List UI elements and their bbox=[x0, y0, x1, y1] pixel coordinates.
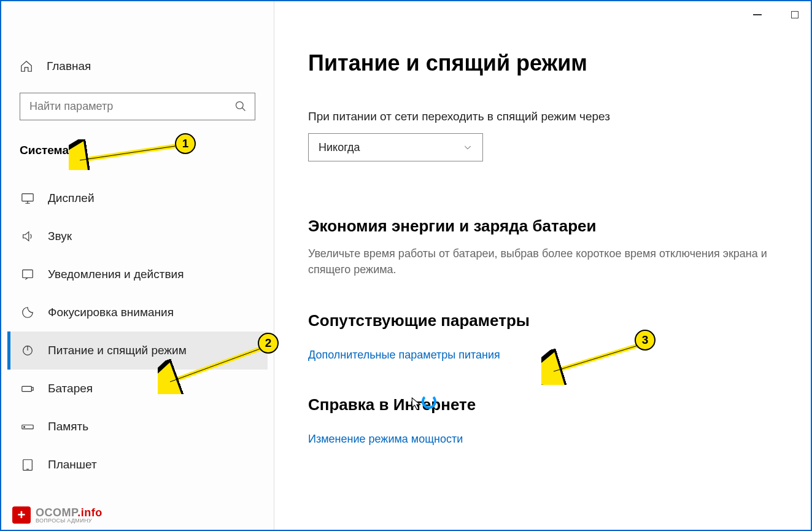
sidebar-item-home[interactable]: Главная bbox=[7, 53, 268, 79]
battery-icon bbox=[21, 382, 34, 395]
home-label: Главная bbox=[47, 60, 91, 73]
sidebar-item-label: Уведомления и действия bbox=[48, 268, 184, 281]
svg-rect-4 bbox=[22, 386, 32, 391]
sidebar-item-focus[interactable]: Фокусировка внимания bbox=[7, 293, 268, 331]
minimize-icon bbox=[753, 14, 762, 15]
sidebar: Главная Система Дисплей Звук Уведомления… bbox=[1, 1, 274, 530]
help-link-power-mode[interactable]: Изменение режима мощности bbox=[308, 433, 463, 446]
maximize-button[interactable] bbox=[784, 6, 806, 23]
page-title: Питание и спящий режим bbox=[308, 50, 786, 76]
sidebar-item-notifications[interactable]: Уведомления и действия bbox=[7, 255, 268, 293]
sidebar-section-label: Система bbox=[7, 126, 268, 167]
sidebar-item-label: Дисплей bbox=[48, 192, 95, 205]
notifications-icon bbox=[21, 268, 34, 281]
sidebar-item-storage[interactable]: Память bbox=[7, 408, 268, 446]
watermark-logo-icon: + bbox=[12, 506, 31, 524]
maximize-icon bbox=[791, 11, 798, 18]
main-content: Питание и спящий режим При питании от се… bbox=[274, 1, 811, 530]
section-help-title: Справка в Интернете bbox=[308, 395, 786, 414]
svg-rect-5 bbox=[31, 387, 33, 390]
watermark: + OCOMP.info ВОПРОСЫ АДМИНУ bbox=[12, 506, 102, 524]
chevron-down-icon bbox=[463, 142, 473, 152]
storage-icon bbox=[21, 420, 34, 433]
sound-icon bbox=[21, 230, 34, 243]
sidebar-item-label: Батарея bbox=[48, 382, 93, 395]
sidebar-item-battery[interactable]: Батарея bbox=[7, 370, 268, 408]
sidebar-item-sound[interactable]: Звук bbox=[7, 217, 268, 255]
sidebar-item-label: Звук bbox=[48, 230, 72, 243]
minimize-button[interactable] bbox=[746, 6, 768, 23]
sidebar-item-tablet[interactable]: Планшет bbox=[7, 446, 268, 484]
search-input[interactable] bbox=[20, 93, 255, 120]
sidebar-item-label: Питание и спящий режим bbox=[48, 344, 187, 357]
sleep-timeout-select[interactable]: Никогда bbox=[308, 133, 483, 161]
search-icon bbox=[234, 100, 247, 112]
focus-icon bbox=[21, 306, 34, 319]
energy-description: Увеличьте время работы от батареи, выбра… bbox=[308, 246, 786, 277]
svg-point-7 bbox=[24, 427, 25, 428]
svg-rect-1 bbox=[22, 194, 33, 201]
display-icon bbox=[21, 192, 34, 205]
watermark-tagline: ВОПРОСЫ АДМИНУ bbox=[36, 518, 102, 524]
watermark-name1: OCOMP bbox=[36, 506, 77, 519]
sidebar-item-label: Фокусировка внимания bbox=[48, 306, 174, 319]
watermark-name2: .info bbox=[77, 506, 102, 519]
sleep-timeout-value: Никогда bbox=[319, 141, 360, 154]
home-icon bbox=[20, 60, 33, 73]
svg-rect-2 bbox=[23, 270, 33, 278]
section-energy-title: Экономия энергии и заряда батареи bbox=[308, 217, 786, 236]
svg-rect-8 bbox=[23, 460, 33, 470]
additional-power-settings-link[interactable]: Дополнительные параметры питания bbox=[308, 349, 500, 362]
tablet-icon bbox=[21, 458, 34, 471]
sidebar-item-label: Память bbox=[48, 420, 88, 433]
section-related-title: Сопутствующие параметры bbox=[308, 311, 786, 330]
svg-point-0 bbox=[236, 102, 244, 109]
sleep-timeout-label: При питании от сети переходить в спящий … bbox=[308, 110, 786, 123]
sidebar-item-display[interactable]: Дисплей bbox=[7, 179, 268, 217]
sidebar-item-power[interactable]: Питание и спящий режим bbox=[7, 331, 268, 370]
power-icon bbox=[21, 344, 34, 357]
sidebar-item-label: Планшет bbox=[48, 458, 97, 471]
